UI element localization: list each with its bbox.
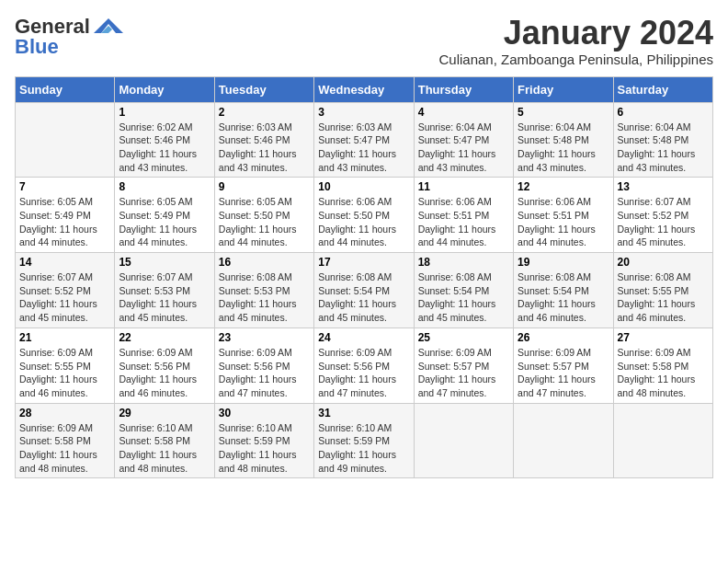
day-number: 31 [318, 407, 409, 419]
week-row-1: 1Sunrise: 6:02 AMSunset: 5:46 PMDaylight… [16, 102, 713, 178]
day-info: Sunrise: 6:08 AMSunset: 5:54 PMDaylight:… [418, 270, 509, 325]
calendar-cell: 3Sunrise: 6:03 AMSunset: 5:47 PMDaylight… [314, 102, 414, 178]
day-number: 4 [418, 106, 509, 119]
day-number: 15 [119, 256, 210, 269]
calendar-cell [16, 102, 115, 178]
calendar-cell [414, 403, 513, 478]
day-info: Sunrise: 6:04 AMSunset: 5:48 PMDaylight:… [518, 121, 609, 175]
calendar-cell: 29Sunrise: 6:10 AMSunset: 5:58 PMDayligh… [115, 403, 214, 478]
calendar-cell: 27Sunrise: 6:09 AMSunset: 5:58 PMDayligh… [613, 327, 712, 403]
title-block: January 2024 Culianan, Zamboanga Peninsu… [438, 15, 713, 67]
week-row-2: 7Sunrise: 6:05 AMSunset: 5:49 PMDaylight… [16, 178, 713, 253]
day-info: Sunrise: 6:08 AMSunset: 5:55 PMDaylight:… [618, 270, 709, 325]
day-info: Sunrise: 6:08 AMSunset: 5:53 PMDaylight:… [219, 270, 310, 325]
logo-icon [92, 17, 125, 37]
calendar-cell: 22Sunrise: 6:09 AMSunset: 5:56 PMDayligh… [115, 327, 214, 403]
weekday-header-tuesday: Tuesday [214, 76, 313, 102]
logo-blue: Blue [15, 35, 59, 59]
calendar-cell: 6Sunrise: 6:04 AMSunset: 5:48 PMDaylight… [613, 102, 712, 178]
calendar-cell: 14Sunrise: 6:07 AMSunset: 5:52 PMDayligh… [16, 253, 115, 328]
day-number: 8 [119, 180, 210, 193]
day-info: Sunrise: 6:07 AMSunset: 5:52 PMDaylight:… [618, 195, 709, 249]
weekday-header-saturday: Saturday [613, 76, 712, 102]
day-info: Sunrise: 6:07 AMSunset: 5:53 PMDaylight:… [119, 270, 210, 325]
calendar-cell: 24Sunrise: 6:09 AMSunset: 5:56 PMDayligh… [314, 327, 414, 403]
calendar-cell: 15Sunrise: 6:07 AMSunset: 5:53 PMDayligh… [115, 253, 214, 328]
day-number: 5 [518, 106, 609, 119]
page-header: General Blue January 2024 Culianan, Zamb… [15, 15, 713, 67]
weekday-header-row: SundayMondayTuesdayWednesdayThursdayFrid… [16, 76, 713, 102]
calendar-cell: 23Sunrise: 6:09 AMSunset: 5:56 PMDayligh… [214, 327, 313, 403]
day-info: Sunrise: 6:05 AMSunset: 5:49 PMDaylight:… [119, 195, 210, 249]
day-number: 3 [318, 106, 409, 119]
calendar-cell: 11Sunrise: 6:06 AMSunset: 5:51 PMDayligh… [414, 178, 513, 253]
calendar-table: SundayMondayTuesdayWednesdayThursdayFrid… [15, 76, 713, 479]
weekday-header-monday: Monday [115, 76, 214, 102]
day-number: 13 [618, 180, 709, 193]
weekday-header-thursday: Thursday [414, 76, 513, 102]
calendar-subtitle: Culianan, Zamboanga Peninsula, Philippin… [438, 52, 713, 67]
day-number: 11 [418, 180, 509, 193]
day-number: 2 [219, 106, 310, 119]
day-info: Sunrise: 6:09 AMSunset: 5:56 PMDaylight:… [219, 346, 310, 400]
calendar-cell: 21Sunrise: 6:09 AMSunset: 5:55 PMDayligh… [16, 327, 115, 403]
week-row-3: 14Sunrise: 6:07 AMSunset: 5:52 PMDayligh… [16, 253, 713, 328]
day-info: Sunrise: 6:10 AMSunset: 5:59 PMDaylight:… [219, 421, 310, 476]
day-info: Sunrise: 6:04 AMSunset: 5:48 PMDaylight:… [618, 121, 709, 175]
day-number: 19 [518, 256, 609, 269]
calendar-cell [613, 403, 712, 478]
calendar-cell: 18Sunrise: 6:08 AMSunset: 5:54 PMDayligh… [414, 253, 513, 328]
day-info: Sunrise: 6:05 AMSunset: 5:49 PMDaylight:… [19, 195, 110, 249]
day-info: Sunrise: 6:09 AMSunset: 5:55 PMDaylight:… [19, 346, 110, 400]
calendar-title: January 2024 [438, 15, 713, 52]
day-number: 16 [219, 256, 310, 269]
day-info: Sunrise: 6:10 AMSunset: 5:59 PMDaylight:… [318, 421, 409, 476]
day-info: Sunrise: 6:06 AMSunset: 5:51 PMDaylight:… [418, 195, 509, 249]
calendar-cell: 16Sunrise: 6:08 AMSunset: 5:53 PMDayligh… [214, 253, 313, 328]
day-number: 27 [618, 331, 709, 344]
calendar-cell: 7Sunrise: 6:05 AMSunset: 5:49 PMDaylight… [16, 178, 115, 253]
day-info: Sunrise: 6:07 AMSunset: 5:52 PMDaylight:… [19, 270, 110, 325]
day-info: Sunrise: 6:08 AMSunset: 5:54 PMDaylight:… [318, 270, 409, 325]
day-info: Sunrise: 6:06 AMSunset: 5:50 PMDaylight:… [318, 195, 409, 249]
day-number: 23 [219, 331, 310, 344]
calendar-cell: 1Sunrise: 6:02 AMSunset: 5:46 PMDaylight… [115, 102, 214, 178]
day-info: Sunrise: 6:08 AMSunset: 5:54 PMDaylight:… [518, 270, 609, 325]
day-info: Sunrise: 6:02 AMSunset: 5:46 PMDaylight:… [119, 121, 210, 175]
day-number: 10 [318, 180, 409, 193]
calendar-cell [514, 403, 613, 478]
day-info: Sunrise: 6:09 AMSunset: 5:58 PMDaylight:… [618, 346, 709, 400]
logo: General Blue [15, 15, 125, 59]
calendar-cell: 28Sunrise: 6:09 AMSunset: 5:58 PMDayligh… [16, 403, 115, 478]
day-info: Sunrise: 6:09 AMSunset: 5:56 PMDaylight:… [119, 346, 210, 400]
day-number: 25 [418, 331, 509, 344]
calendar-cell: 12Sunrise: 6:06 AMSunset: 5:51 PMDayligh… [514, 178, 613, 253]
day-info: Sunrise: 6:03 AMSunset: 5:47 PMDaylight:… [318, 121, 409, 175]
calendar-cell: 4Sunrise: 6:04 AMSunset: 5:47 PMDaylight… [414, 102, 513, 178]
day-info: Sunrise: 6:09 AMSunset: 5:56 PMDaylight:… [318, 346, 409, 400]
day-number: 22 [119, 331, 210, 344]
weekday-header-wednesday: Wednesday [314, 76, 414, 102]
day-number: 29 [119, 407, 210, 419]
day-info: Sunrise: 6:10 AMSunset: 5:58 PMDaylight:… [119, 421, 210, 476]
day-number: 21 [19, 331, 110, 344]
day-number: 18 [418, 256, 509, 269]
calendar-cell: 26Sunrise: 6:09 AMSunset: 5:57 PMDayligh… [514, 327, 613, 403]
calendar-cell: 13Sunrise: 6:07 AMSunset: 5:52 PMDayligh… [613, 178, 712, 253]
weekday-header-friday: Friday [514, 76, 613, 102]
day-info: Sunrise: 6:09 AMSunset: 5:58 PMDaylight:… [19, 421, 110, 476]
calendar-cell: 19Sunrise: 6:08 AMSunset: 5:54 PMDayligh… [514, 253, 613, 328]
day-info: Sunrise: 6:04 AMSunset: 5:47 PMDaylight:… [418, 121, 509, 175]
day-number: 28 [19, 407, 110, 419]
day-number: 9 [219, 180, 310, 193]
day-number: 6 [618, 106, 709, 119]
day-number: 26 [518, 331, 609, 344]
day-number: 14 [19, 256, 110, 269]
day-info: Sunrise: 6:09 AMSunset: 5:57 PMDaylight:… [518, 346, 609, 400]
calendar-cell: 17Sunrise: 6:08 AMSunset: 5:54 PMDayligh… [314, 253, 414, 328]
calendar-cell: 30Sunrise: 6:10 AMSunset: 5:59 PMDayligh… [214, 403, 313, 478]
week-row-5: 28Sunrise: 6:09 AMSunset: 5:58 PMDayligh… [16, 403, 713, 478]
calendar-cell: 8Sunrise: 6:05 AMSunset: 5:49 PMDaylight… [115, 178, 214, 253]
day-number: 7 [19, 180, 110, 193]
calendar-cell: 5Sunrise: 6:04 AMSunset: 5:48 PMDaylight… [514, 102, 613, 178]
